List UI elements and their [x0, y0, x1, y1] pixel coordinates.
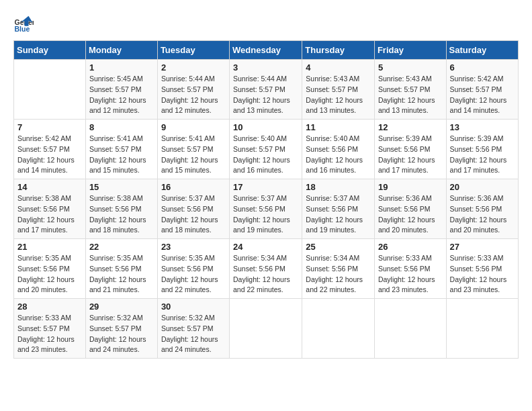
calendar-cell: 14 Sunrise: 5:38 AM Sunset: 5:56 PM Dayl…: [14, 179, 86, 239]
sunrise-text: Sunrise: 5:36 AM: [450, 194, 504, 202]
calendar-cell: 28 Sunrise: 5:33 AM Sunset: 5:57 PM Dayl…: [14, 299, 86, 359]
daylight-text: Daylight: 12 hours and 17 minutes.: [378, 156, 435, 175]
day-info: Sunrise: 5:40 AM Sunset: 5:56 PM Dayligh…: [306, 134, 371, 176]
sunrise-text: Sunrise: 5:33 AM: [17, 314, 71, 322]
sunset-text: Sunset: 5:56 PM: [233, 265, 285, 273]
calendar-week-5: 28 Sunrise: 5:33 AM Sunset: 5:57 PM Dayl…: [14, 299, 519, 359]
sunset-text: Sunset: 5:56 PM: [378, 145, 431, 153]
sunrise-text: Sunrise: 5:44 AM: [233, 75, 287, 83]
calendar-cell: 29 Sunrise: 5:32 AM Sunset: 5:57 PM Dayl…: [85, 299, 157, 359]
day-number: 26: [378, 242, 443, 252]
day-number: 10: [233, 122, 298, 132]
day-info: Sunrise: 5:35 AM Sunset: 5:56 PM Dayligh…: [161, 253, 226, 295]
sunrise-text: Sunrise: 5:42 AM: [450, 75, 504, 83]
calendar-cell: 19 Sunrise: 5:36 AM Sunset: 5:56 PM Dayl…: [374, 179, 446, 239]
logo-icon: General Blue: [13, 13, 34, 34]
sunrise-text: Sunrise: 5:42 AM: [17, 134, 71, 142]
daylight-text: Daylight: 12 hours and 19 minutes.: [306, 216, 363, 234]
daylight-text: Daylight: 12 hours and 13 minutes.: [306, 96, 363, 115]
sunrise-text: Sunrise: 5:37 AM: [306, 194, 359, 202]
day-number: 27: [450, 242, 515, 252]
day-info: Sunrise: 5:34 AM Sunset: 5:56 PM Dayligh…: [233, 253, 298, 295]
calendar-cell: 30 Sunrise: 5:32 AM Sunset: 5:57 PM Dayl…: [157, 299, 229, 359]
calendar-cell: 25 Sunrise: 5:34 AM Sunset: 5:56 PM Dayl…: [302, 239, 375, 299]
daylight-text: Daylight: 12 hours and 16 minutes.: [233, 156, 290, 175]
day-number: 6: [450, 62, 515, 73]
day-number: 23: [161, 242, 226, 252]
day-number: 14: [17, 182, 82, 192]
day-number: 11: [306, 122, 371, 132]
sunset-text: Sunset: 5:56 PM: [89, 265, 142, 273]
day-number: 20: [450, 182, 515, 192]
sunrise-text: Sunrise: 5:37 AM: [161, 194, 215, 202]
calendar-cell: 12 Sunrise: 5:39 AM Sunset: 5:56 PM Dayl…: [374, 120, 446, 179]
day-number: 4: [306, 62, 371, 73]
daylight-text: Daylight: 12 hours and 24 minutes.: [89, 335, 146, 354]
calendar-cell: 5 Sunrise: 5:43 AM Sunset: 5:57 PM Dayli…: [374, 60, 446, 120]
day-info: Sunrise: 5:44 AM Sunset: 5:57 PM Dayligh…: [233, 74, 298, 116]
calendar-week-1: 1 Sunrise: 5:45 AM Sunset: 5:57 PM Dayli…: [14, 60, 519, 120]
sunrise-text: Sunrise: 5:32 AM: [89, 314, 143, 322]
daylight-text: Daylight: 12 hours and 15 minutes.: [89, 156, 146, 175]
day-number: 24: [233, 242, 298, 252]
daylight-text: Daylight: 12 hours and 23 minutes.: [378, 275, 435, 294]
calendar-cell: 21 Sunrise: 5:35 AM Sunset: 5:56 PM Dayl…: [14, 239, 86, 299]
daylight-text: Daylight: 12 hours and 20 minutes.: [450, 216, 507, 234]
calendar-cell: 3 Sunrise: 5:44 AM Sunset: 5:57 PM Dayli…: [230, 60, 302, 120]
day-info: Sunrise: 5:35 AM Sunset: 5:56 PM Dayligh…: [17, 253, 82, 295]
calendar-cell: 9 Sunrise: 5:41 AM Sunset: 5:57 PM Dayli…: [157, 120, 229, 179]
calendar-cell: 23 Sunrise: 5:35 AM Sunset: 5:56 PM Dayl…: [157, 239, 229, 299]
header-cell-tuesday: Tuesday: [157, 41, 229, 60]
sunset-text: Sunset: 5:57 PM: [161, 324, 214, 332]
day-info: Sunrise: 5:37 AM Sunset: 5:56 PM Dayligh…: [161, 193, 226, 236]
sunset-text: Sunset: 5:56 PM: [233, 205, 285, 213]
day-number: 3: [233, 62, 298, 73]
calendar-cell: 10 Sunrise: 5:40 AM Sunset: 5:57 PM Dayl…: [230, 120, 302, 179]
sunrise-text: Sunrise: 5:35 AM: [161, 254, 215, 262]
header-cell-monday: Monday: [85, 41, 157, 60]
sunset-text: Sunset: 5:56 PM: [450, 145, 502, 153]
calendar-week-2: 7 Sunrise: 5:42 AM Sunset: 5:57 PM Dayli…: [14, 120, 519, 179]
day-info: Sunrise: 5:40 AM Sunset: 5:57 PM Dayligh…: [233, 134, 298, 176]
day-number: 1: [89, 62, 154, 73]
sunrise-text: Sunrise: 5:35 AM: [89, 254, 143, 262]
day-number: 17: [233, 182, 298, 192]
day-info: Sunrise: 5:34 AM Sunset: 5:56 PM Dayligh…: [306, 253, 371, 295]
day-info: Sunrise: 5:32 AM Sunset: 5:57 PM Dayligh…: [89, 313, 154, 355]
header-cell-wednesday: Wednesday: [230, 41, 302, 60]
sunset-text: Sunset: 5:56 PM: [306, 145, 358, 153]
day-info: Sunrise: 5:36 AM Sunset: 5:56 PM Dayligh…: [378, 193, 443, 236]
calendar-cell: 8 Sunrise: 5:41 AM Sunset: 5:57 PM Dayli…: [85, 120, 157, 179]
sunset-text: Sunset: 5:57 PM: [89, 145, 142, 153]
day-info: Sunrise: 5:37 AM Sunset: 5:56 PM Dayligh…: [306, 193, 371, 236]
sunrise-text: Sunrise: 5:40 AM: [233, 134, 287, 142]
daylight-text: Daylight: 12 hours and 12 minutes.: [89, 96, 146, 115]
day-info: Sunrise: 5:36 AM Sunset: 5:56 PM Dayligh…: [450, 193, 515, 236]
day-info: Sunrise: 5:41 AM Sunset: 5:57 PM Dayligh…: [89, 134, 154, 176]
sunset-text: Sunset: 5:57 PM: [233, 145, 285, 153]
calendar-cell: 17 Sunrise: 5:37 AM Sunset: 5:56 PM Dayl…: [230, 179, 302, 239]
sunrise-text: Sunrise: 5:43 AM: [378, 75, 432, 83]
calendar-cell: 6 Sunrise: 5:42 AM Sunset: 5:57 PM Dayli…: [446, 60, 518, 120]
daylight-text: Daylight: 12 hours and 16 minutes.: [306, 156, 363, 175]
day-info: Sunrise: 5:42 AM Sunset: 5:57 PM Dayligh…: [17, 134, 82, 176]
sunrise-text: Sunrise: 5:38 AM: [17, 194, 71, 202]
sunset-text: Sunset: 5:56 PM: [89, 205, 142, 213]
sunset-text: Sunset: 5:56 PM: [161, 205, 214, 213]
day-number: 19: [378, 182, 443, 192]
calendar-header-row: SundayMondayTuesdayWednesdayThursdayFrid…: [14, 41, 519, 60]
day-info: Sunrise: 5:33 AM Sunset: 5:57 PM Dayligh…: [17, 313, 82, 355]
sunrise-text: Sunrise: 5:39 AM: [378, 134, 432, 142]
calendar-cell: 20 Sunrise: 5:36 AM Sunset: 5:56 PM Dayl…: [446, 179, 518, 239]
calendar-cell: 24 Sunrise: 5:34 AM Sunset: 5:56 PM Dayl…: [230, 239, 302, 299]
daylight-text: Daylight: 12 hours and 22 minutes.: [161, 275, 218, 294]
daylight-text: Daylight: 12 hours and 18 minutes.: [161, 216, 218, 234]
calendar-cell: [14, 60, 86, 120]
day-number: 18: [306, 182, 371, 192]
day-number: 15: [89, 182, 154, 192]
daylight-text: Daylight: 12 hours and 22 minutes.: [306, 275, 363, 294]
day-number: 7: [17, 122, 82, 132]
day-info: Sunrise: 5:38 AM Sunset: 5:56 PM Dayligh…: [17, 193, 82, 236]
sunset-text: Sunset: 5:57 PM: [89, 85, 142, 93]
day-info: Sunrise: 5:35 AM Sunset: 5:56 PM Dayligh…: [89, 253, 154, 295]
